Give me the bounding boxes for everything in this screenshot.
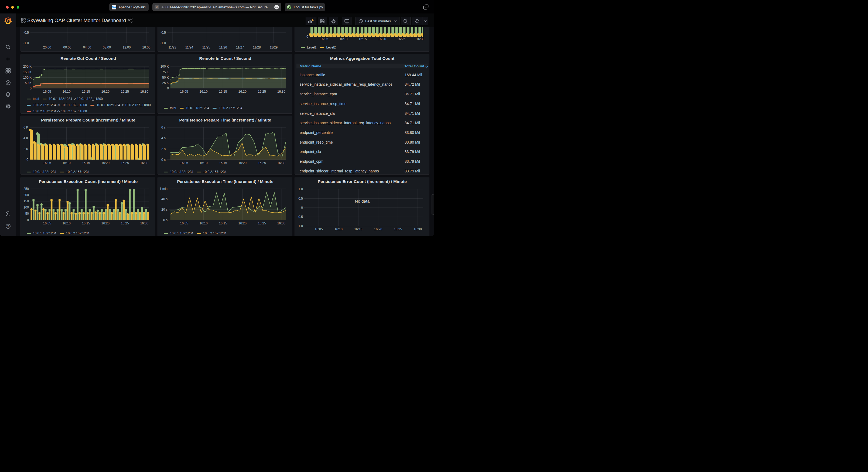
svg-text:16:15: 16:15 [219, 90, 227, 94]
svg-text:2 s: 2 s [161, 147, 166, 151]
svg-text:0: 0 [167, 87, 169, 90]
svg-text:16:20: 16:20 [239, 161, 247, 165]
svg-text:16:05: 16:05 [43, 90, 51, 94]
svg-text:150 K: 150 K [23, 70, 32, 74]
svg-text:04:00: 04:00 [83, 45, 91, 49]
svg-text:-0.5: -0.5 [23, 31, 29, 34]
svg-text:16:15: 16:15 [219, 161, 227, 165]
svg-text:0 s: 0 s [161, 158, 166, 162]
svg-text:150: 150 [24, 199, 29, 203]
svg-text:0.5: 0.5 [298, 197, 303, 200]
svg-text:50 K: 50 K [162, 76, 169, 79]
svg-text:20 s: 20 s [161, 208, 167, 211]
svg-text:16:30: 16:30 [277, 161, 285, 165]
svg-text:16:05: 16:05 [180, 161, 188, 165]
svg-text:16:20: 16:20 [239, 90, 247, 94]
svg-text:25 K: 25 K [162, 81, 169, 85]
svg-text:12:00: 12:00 [122, 45, 130, 49]
svg-text:-1.0: -1.0 [297, 224, 303, 228]
svg-text:16:25: 16:25 [121, 90, 129, 94]
svg-text:16:25: 16:25 [258, 222, 266, 225]
svg-text:200: 200 [24, 193, 29, 197]
svg-text:0: 0 [26, 158, 28, 162]
svg-text:16:15: 16:15 [359, 37, 367, 41]
svg-text:100 K: 100 K [160, 65, 169, 68]
svg-text:16:30: 16:30 [140, 161, 148, 165]
svg-text:100: 100 [24, 206, 29, 209]
svg-text:6 s: 6 s [161, 126, 166, 129]
svg-text:11/25: 11/25 [202, 45, 210, 49]
svg-text:0: 0 [306, 35, 308, 38]
svg-text:16:15: 16:15 [219, 222, 227, 225]
svg-text:-1.0: -1.0 [160, 41, 166, 45]
svg-text:16:25: 16:25 [397, 37, 405, 41]
svg-text:16:30: 16:30 [140, 90, 148, 94]
svg-text:16:05: 16:05 [315, 227, 323, 231]
svg-text:16:15: 16:15 [82, 90, 90, 94]
svg-text:50 K: 50 K [25, 81, 32, 85]
svg-text:16:30: 16:30 [414, 227, 422, 231]
svg-text:16:15: 16:15 [82, 161, 90, 165]
svg-text:16:05: 16:05 [320, 37, 328, 41]
svg-text:0: 0 [301, 206, 303, 210]
svg-text:11/26: 11/26 [219, 45, 227, 49]
svg-text:40 s: 40 s [161, 197, 167, 201]
svg-text:6 K: 6 K [24, 126, 28, 129]
svg-text:16:25: 16:25 [394, 227, 402, 231]
svg-text:16:10: 16:10 [63, 90, 71, 94]
svg-text:16:25: 16:25 [121, 161, 129, 165]
svg-text:0: 0 [27, 218, 29, 222]
svg-text:16:10: 16:10 [335, 227, 343, 231]
svg-text:200 K: 200 K [23, 65, 32, 68]
svg-text:16:20: 16:20 [101, 222, 110, 225]
svg-text:16:05: 16:05 [43, 222, 51, 225]
svg-text:16:05: 16:05 [43, 161, 51, 165]
svg-text:16:15: 16:15 [82, 222, 90, 225]
svg-text:11/23: 11/23 [168, 45, 176, 49]
svg-text:250: 250 [24, 187, 29, 191]
svg-text:11/29: 11/29 [270, 45, 278, 49]
svg-text:16:30: 16:30 [277, 90, 285, 94]
svg-text:16:10: 16:10 [199, 90, 208, 94]
svg-text:16:20: 16:20 [239, 222, 247, 225]
svg-text:16:25: 16:25 [121, 222, 129, 225]
svg-text:100 K: 100 K [23, 76, 32, 79]
svg-text:11/27: 11/27 [236, 45, 244, 49]
svg-text:-0.5: -0.5 [297, 215, 303, 219]
svg-text:16:20: 16:20 [101, 90, 110, 94]
svg-text:No data: No data [355, 199, 370, 203]
svg-text:-0.5: -0.5 [160, 31, 166, 34]
svg-text:16:10: 16:10 [199, 161, 208, 165]
svg-text:?: ? [7, 225, 9, 228]
svg-text:16:00: 16:00 [142, 45, 150, 49]
svg-text:16:05: 16:05 [180, 90, 188, 94]
svg-text:1.0: 1.0 [298, 187, 303, 191]
svg-text:20:00: 20:00 [43, 45, 51, 49]
svg-text:08:00: 08:00 [103, 45, 111, 49]
svg-text:16:30: 16:30 [277, 222, 285, 225]
svg-text:-1.0: -1.0 [23, 41, 29, 45]
svg-text:16:10: 16:10 [199, 222, 208, 225]
svg-text:16:15: 16:15 [354, 227, 362, 231]
svg-text:4 s: 4 s [161, 136, 166, 140]
svg-text:11/24: 11/24 [185, 45, 193, 49]
svg-text:16:10: 16:10 [63, 222, 71, 225]
svg-text:75 K: 75 K [162, 70, 169, 74]
svg-text:16:05: 16:05 [180, 222, 188, 225]
svg-text:16:30: 16:30 [416, 37, 424, 41]
svg-text:16:30: 16:30 [140, 222, 148, 225]
svg-text:4 K: 4 K [24, 136, 28, 140]
svg-text:11/28: 11/28 [253, 45, 260, 49]
svg-text:16:10: 16:10 [339, 37, 347, 41]
svg-text:00:00: 00:00 [63, 45, 71, 49]
svg-text:16:10: 16:10 [63, 161, 71, 165]
svg-text:16:20: 16:20 [101, 161, 110, 165]
svg-text:0 s: 0 s [163, 218, 167, 222]
svg-text:2 K: 2 K [24, 147, 28, 151]
svg-text:1 min: 1 min [160, 187, 167, 191]
svg-text:0: 0 [30, 87, 32, 90]
svg-text:16:25: 16:25 [258, 90, 266, 94]
svg-text:16:20: 16:20 [378, 37, 386, 41]
svg-text:50: 50 [25, 212, 29, 215]
svg-text:16:20: 16:20 [374, 227, 382, 231]
